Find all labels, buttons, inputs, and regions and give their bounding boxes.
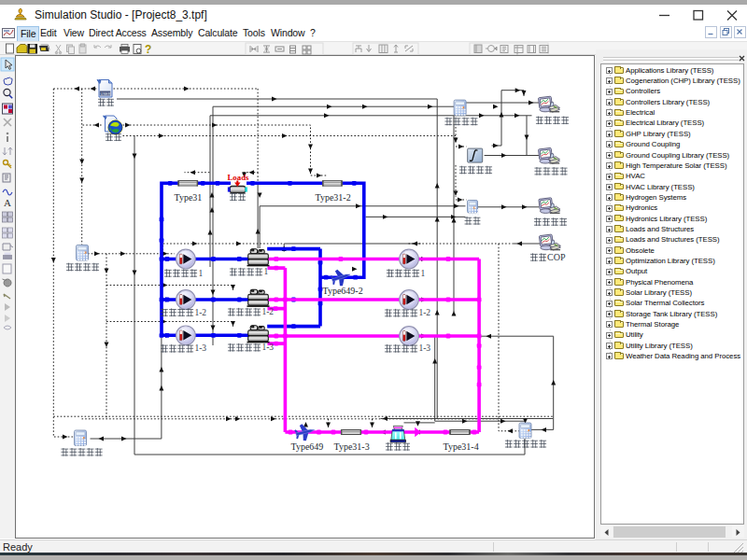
svg-text:1: 1 xyxy=(420,269,425,278)
svg-text:USER: USER xyxy=(100,92,110,96)
svg-text:1-2: 1-2 xyxy=(418,308,430,317)
svg-text:Type649: Type649 xyxy=(290,441,323,452)
svg-text:Type31-3: Type31-3 xyxy=(333,441,369,452)
svg-text:1-3: 1-3 xyxy=(194,343,206,353)
svg-text:1-2: 1-2 xyxy=(194,308,206,317)
svg-text:1: 1 xyxy=(198,269,203,278)
svg-text:1-3: 1-3 xyxy=(418,343,430,353)
svg-text:1-3: 1-3 xyxy=(261,343,274,352)
svg-text:COP: COP xyxy=(547,252,566,262)
svg-text:Type31-2: Type31-2 xyxy=(315,192,350,203)
svg-text:Type31: Type31 xyxy=(174,192,202,203)
svg-text:?: ? xyxy=(145,43,151,55)
svg-text:1-2: 1-2 xyxy=(261,307,274,316)
svg-text:A: A xyxy=(4,197,11,208)
svg-text:Type31-4: Type31-4 xyxy=(443,441,478,452)
svg-text:1: 1 xyxy=(263,267,268,276)
svg-text:Type649-2: Type649-2 xyxy=(322,286,362,296)
